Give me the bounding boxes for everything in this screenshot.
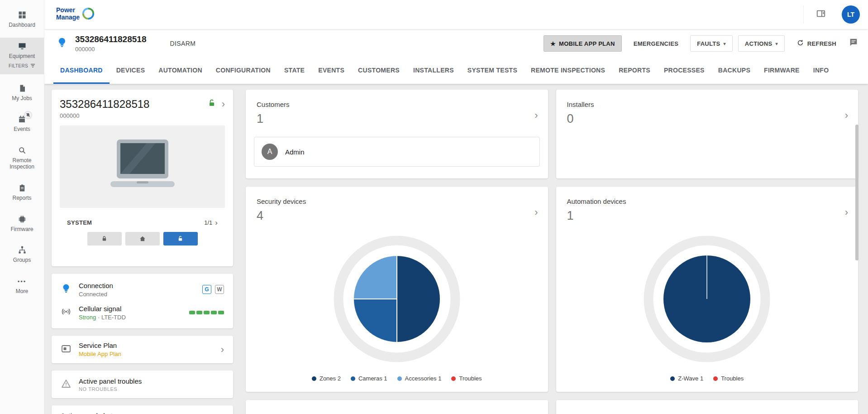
tab-devices[interactable]: DEVICES xyxy=(110,58,152,84)
panel-card-title: 353286411828518 xyxy=(60,98,202,111)
chevron-right-icon[interactable]: › xyxy=(845,207,848,217)
automation-devices-card: Automation devices 1 › Z-Wave 1 Troubles xyxy=(556,187,858,392)
main-content: 353286411828518 › 000000 SYSTEM 1/1 xyxy=(44,84,868,414)
tab-processes[interactable]: PROCESSES xyxy=(657,58,711,84)
customers-title: Customers xyxy=(257,101,537,108)
lock-icon xyxy=(101,235,108,242)
tab-customers[interactable]: CUSTOMERS xyxy=(351,58,406,84)
panel-icon xyxy=(61,283,72,296)
app-logo[interactable]: Power Manage xyxy=(56,7,95,22)
sidebar-item-more[interactable]: ••• More xyxy=(0,273,44,298)
disarm-button[interactable] xyxy=(163,232,198,246)
clipboard-icon xyxy=(17,183,27,193)
sidebar-item-label: Groups xyxy=(13,257,31,264)
legend-item-cameras: Cameras 1 xyxy=(351,375,387,382)
service-plan-card[interactable]: Service Plan Mobile App Plan › xyxy=(52,336,233,363)
logo-swirl-icon xyxy=(81,7,95,22)
tab-info[interactable]: INFO xyxy=(806,58,836,84)
sidebar-item-label: Equipment xyxy=(9,53,35,60)
chevron-right-icon[interactable]: › xyxy=(845,111,848,120)
sidebar-item-reports[interactable]: Reports xyxy=(0,179,44,205)
customer-name: Admin xyxy=(285,148,305,156)
troubles-label: Active panel troubles xyxy=(79,377,224,385)
sidebar-item-dashboard[interactable]: Dashboard xyxy=(0,6,44,32)
customer-row-admin[interactable]: A Admin xyxy=(254,137,540,167)
security-devices-card: Security devices 4 › Zones 2 Cameras 1 A… xyxy=(246,187,548,392)
cellular-network: · LTE-TDD xyxy=(98,314,126,321)
automation-devices-title: Automation devices xyxy=(567,197,848,205)
chip-icon xyxy=(17,214,27,224)
installers-card: Installers 0 › xyxy=(556,90,858,178)
chevron-right-icon[interactable]: › xyxy=(215,219,218,226)
chevron-right-icon[interactable]: › xyxy=(534,111,538,120)
automation-devices-count: 1 xyxy=(567,209,848,223)
zones-dot-icon xyxy=(312,376,316,381)
troubles-value: NO TROUBLES xyxy=(79,386,224,392)
tab-remote-inspections[interactable]: REMOTE INSPECTIONS xyxy=(524,58,612,84)
sidebar-item-equipment[interactable]: Equipment FILTERS xyxy=(0,38,44,74)
laptop-illustration xyxy=(100,137,186,197)
layout-toggle-icon[interactable] xyxy=(816,9,826,20)
arm-away-button[interactable] xyxy=(87,232,122,246)
connection-status: Connected xyxy=(79,291,195,298)
sidebar-item-firmware[interactable]: Firmware xyxy=(0,211,44,236)
tab-events[interactable]: EVENTS xyxy=(311,58,351,84)
faults-button[interactable]: FAULTS ▾ xyxy=(690,35,733,52)
scrollbar-thumb[interactable] xyxy=(855,125,858,260)
sidebar-item-label: More xyxy=(16,289,28,295)
system-count: 1/1 xyxy=(204,219,212,226)
top-right-controls: LT xyxy=(803,5,860,24)
sidebar-item-equipment-inner[interactable]: Equipment xyxy=(0,38,44,63)
chat-icon[interactable] xyxy=(848,38,859,49)
tab-configuration[interactable]: CONFIGURATION xyxy=(209,58,277,84)
panel-icon xyxy=(56,36,68,51)
equipment-icon xyxy=(17,41,27,51)
chevron-right-icon[interactable]: › xyxy=(221,345,224,355)
panel-id: 353286411828518 xyxy=(75,34,146,44)
tab-firmware[interactable]: FIRMWARE xyxy=(757,58,806,84)
emergencies-button[interactable]: EMERGENCIES xyxy=(627,35,685,52)
sidebar-item-label: Reports xyxy=(12,195,31,202)
star-icon: ★ xyxy=(550,40,556,47)
customer-avatar: A xyxy=(262,144,278,160)
installers-title: Installers xyxy=(567,101,848,108)
mobile-app-plan-button[interactable]: ★ MOBILE APP PLAN xyxy=(544,35,622,52)
cameras-dot-icon xyxy=(351,376,355,381)
chevron-right-icon[interactable]: › xyxy=(534,207,538,217)
legend-item-zwave: Z-Wave 1 xyxy=(670,375,703,382)
sidebar-filters[interactable]: FILTERS xyxy=(0,63,44,73)
user-avatar[interactable]: LT xyxy=(842,5,860,24)
tab-dashboard[interactable]: DASHBOARD xyxy=(53,58,110,84)
connection-label: Connection xyxy=(79,282,195,289)
panel-card-subtitle: 000000 xyxy=(60,112,225,119)
sidebar-item-label: Dashboard xyxy=(9,22,35,29)
sidebar-item-events[interactable]: Events xyxy=(0,111,44,136)
dashboard-icon xyxy=(17,10,27,20)
sim-card-icon xyxy=(61,343,72,356)
tab-backups[interactable]: BACKUPS xyxy=(711,58,757,84)
calendar-icon xyxy=(17,114,27,124)
sidebar-item-remote-inspection[interactable]: Remote Inspection xyxy=(0,142,44,174)
panel-account: 000000 xyxy=(75,46,146,53)
sidebar: Dashboard Equipment FILTERS My Jobs xyxy=(0,0,44,414)
tab-installers[interactable]: INSTALLERS xyxy=(406,58,461,84)
refresh-button[interactable]: REFRESH xyxy=(790,35,843,52)
cellular-row: Cellular signal Strong · LTE-TDD xyxy=(61,302,224,323)
arm-home-button[interactable] xyxy=(125,232,160,246)
unlock-icon xyxy=(177,235,184,242)
warning-icon xyxy=(61,378,72,391)
sidebar-item-my-jobs[interactable]: My Jobs xyxy=(0,80,44,106)
partial-card-right xyxy=(556,400,858,414)
panel-summary-card: 353286411828518 › 000000 SYSTEM 1/1 xyxy=(52,90,233,266)
tab-reports[interactable]: REPORTS xyxy=(612,58,657,84)
tab-automation[interactable]: AUTOMATION xyxy=(152,58,209,84)
home-icon xyxy=(139,235,146,242)
sidebar-item-groups[interactable]: Groups xyxy=(0,241,44,267)
panel-troubles-card: Active panel troubles NO TROUBLES xyxy=(52,371,233,398)
tab-system-tests[interactable]: SYSTEM TESTS xyxy=(461,58,524,84)
actions-button[interactable]: ACTIONS ▾ xyxy=(738,35,785,52)
unlocked-icon xyxy=(207,99,216,110)
tab-state[interactable]: STATE xyxy=(277,58,311,84)
chevron-right-icon[interactable]: › xyxy=(222,99,225,109)
logo-line1: Power xyxy=(56,7,80,14)
